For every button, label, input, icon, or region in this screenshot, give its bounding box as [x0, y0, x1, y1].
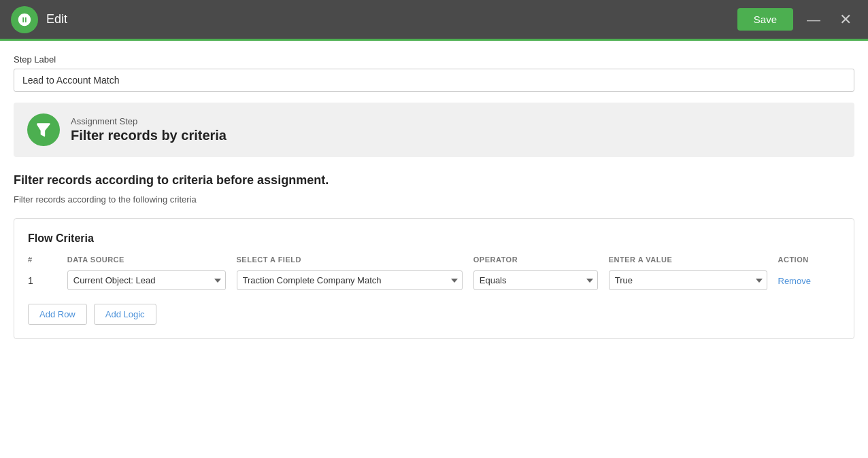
add-row-button[interactable]: Add Row [28, 304, 87, 325]
add-logic-button[interactable]: Add Logic [94, 304, 156, 325]
col-header-value: ENTER A VALUE [603, 256, 773, 270]
row-field[interactable]: Traction Complete Company Match [231, 270, 468, 298]
assignment-step-label: Assignment Step [71, 116, 227, 126]
main-section: Filter records according to criteria bef… [0, 157, 868, 355]
step-label-section: Step Label [14, 54, 854, 92]
remove-button[interactable]: Remove [778, 276, 811, 286]
step-label-label: Step Label [14, 54, 854, 65]
scroll-content: Step Label Assignment Step Filter record… [0, 41, 868, 456]
col-header-operator: OPERATOR [468, 256, 603, 270]
button-row: Add Row Add Logic [28, 304, 840, 325]
header-actions: Save — ✕ [737, 8, 857, 31]
col-header-num: # [28, 256, 62, 270]
step-label-input[interactable] [14, 69, 854, 92]
flow-criteria-title: Flow Criteria [28, 232, 840, 245]
app-logo [11, 6, 38, 33]
section-subtext: Filter records according to the followin… [14, 194, 854, 205]
col-header-field: SELECT A FIELD [231, 256, 468, 270]
logo-icon [17, 12, 32, 27]
table-row: 1 Current Object: Lead Traction Complete… [28, 270, 840, 298]
section-heading: Filter records according to criteria bef… [14, 173, 854, 188]
field-select[interactable]: Traction Complete Company Match [237, 270, 463, 290]
banner-text: Assignment Step Filter records by criter… [71, 116, 227, 143]
datasource-select[interactable]: Current Object: Lead [67, 270, 226, 290]
row-operator[interactable]: Equals [468, 270, 603, 298]
flow-criteria-box: Flow Criteria # DATA SOURCE SELECT A FIE… [14, 218, 854, 339]
operator-select[interactable]: Equals [473, 270, 598, 290]
minimize-button[interactable]: — [801, 10, 826, 29]
content-area: Step Label Assignment Step Filter record… [0, 41, 868, 157]
header-title: Edit [46, 12, 737, 27]
row-action[interactable]: Remove [773, 270, 841, 298]
criteria-table: # DATA SOURCE SELECT A FIELD OPERATOR EN… [28, 256, 840, 298]
row-num: 1 [28, 270, 62, 298]
col-header-datasource: DATA SOURCE [62, 256, 231, 270]
assignment-step-title: Filter records by criteria [71, 128, 227, 143]
row-datasource[interactable]: Current Object: Lead [62, 270, 231, 298]
banner-icon-circle [27, 113, 60, 146]
assignment-banner: Assignment Step Filter records by criter… [14, 103, 854, 157]
header: Edit Save — ✕ [0, 0, 868, 41]
value-select[interactable]: True [609, 270, 767, 290]
row-value[interactable]: True [603, 270, 773, 298]
filter-icon [35, 121, 52, 139]
close-button[interactable]: ✕ [834, 10, 857, 30]
save-button[interactable]: Save [737, 8, 793, 31]
col-header-action: ACTION [773, 256, 841, 270]
